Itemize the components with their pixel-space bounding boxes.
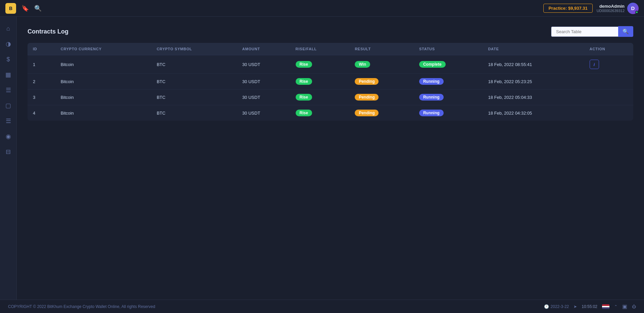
folder-icon: ▢ — [5, 102, 11, 109]
online-dot — [635, 11, 638, 14]
cell-status: Running — [414, 105, 483, 121]
section-header: Contracts Log 🔍 — [28, 26, 633, 37]
cell-id: 4 — [28, 105, 55, 121]
table-row: 4 Bitcoin BTC 30 USDT Rise Pending Runni… — [28, 105, 633, 121]
sidebar-item-folder[interactable]: ▢ — [2, 99, 15, 112]
search-icon[interactable]: 🔍 — [34, 5, 42, 12]
page-title: Contracts Log — [28, 28, 68, 35]
list-icon: ☰ — [6, 86, 11, 94]
cell-status: Complete — [414, 55, 483, 74]
avatar[interactable]: D — [627, 3, 639, 14]
table-header-row: ID CRYPTO CURRENCY CRYPTO SYMBOL AMOUNT … — [28, 43, 633, 55]
topnav-right: Practice: $9,937.31 demoAdmin UD00002639… — [543, 3, 639, 14]
cell-symbol: BTC — [151, 74, 237, 89]
cell-rise-fall: Rise — [290, 55, 350, 74]
sidebar-item-table[interactable]: ⊟ — [2, 145, 15, 158]
cell-result: Pending — [349, 105, 414, 121]
contracts-table: ID CRYPTO CURRENCY CRYPTO SYMBOL AMOUNT … — [28, 43, 633, 121]
logo[interactable]: B — [5, 3, 16, 14]
cell-date: 18 Feb, 2022 08:55:41 — [483, 55, 584, 74]
search-btn-icon: 🔍 — [623, 28, 629, 35]
result-badge: Pending — [355, 94, 379, 101]
cell-rise-fall: Rise — [290, 74, 350, 89]
col-currency: CRYPTO CURRENCY — [55, 43, 151, 55]
table-row: 3 Bitcoin BTC 30 USDT Rise Pending Runni… — [28, 89, 633, 105]
cell-amount: 30 USDT — [237, 105, 290, 121]
chevron-up-icon: ⌃ — [614, 304, 617, 309]
cell-amount: 30 USDT — [237, 55, 290, 74]
cell-status: Running — [414, 74, 483, 89]
search-input[interactable] — [551, 26, 618, 37]
main-content: Contracts Log 🔍 ID CRYPTO CURRENCY CRYPT… — [17, 17, 644, 300]
col-amount: AMOUNT — [237, 43, 290, 55]
topnav: B 🔖 🔍 Practice: $9,937.31 demoAdmin UD00… — [0, 0, 644, 17]
sidebar-item-contracts[interactable]: ☰ — [2, 115, 15, 127]
col-result: RESULT — [349, 43, 414, 55]
cell-currency: Bitcoin — [55, 89, 151, 105]
cell-symbol: BTC — [151, 55, 237, 74]
cell-action: i — [584, 55, 633, 74]
table-icon: ⊟ — [6, 148, 11, 155]
sidebar-item-wallet[interactable]: ◑ — [2, 38, 15, 50]
rise-fall-badge: Rise — [296, 110, 312, 116]
cell-rise-fall: Rise — [290, 89, 350, 105]
col-status: STATUS — [414, 43, 483, 55]
footer-time-value: 10:55:02 — [582, 304, 597, 309]
result-badge: Pending — [355, 78, 379, 85]
table-row: 1 Bitcoin BTC 30 USDT Rise Win Complete … — [28, 55, 633, 74]
copyright-text: COPYRIGHT © 2022 BitKhum Exchange Crypto… — [8, 304, 155, 309]
cell-date: 18 Feb, 2022 04:32:05 — [483, 105, 584, 121]
cell-currency: Bitcoin — [55, 74, 151, 89]
layout: ⌂ ◑ $ ▦ ☰ ▢ ☰ ◉ ⊟ Contracts Log — [0, 17, 644, 300]
cell-result: Pending — [349, 89, 414, 105]
cell-symbol: BTC — [151, 105, 237, 121]
sidebar-item-grid[interactable]: ▦ — [2, 68, 15, 81]
footer-arrow-icon: ➤ — [574, 304, 577, 309]
footer-date: 🕐 2022-3-22 — [544, 304, 569, 309]
cell-currency: Bitcoin — [55, 105, 151, 121]
sidebar-item-dollar[interactable]: $ — [2, 53, 15, 66]
table-row: 2 Bitcoin BTC 30 USDT Rise Pending Runni… — [28, 74, 633, 89]
col-id: ID — [28, 43, 55, 55]
cell-id: 1 — [28, 55, 55, 74]
user-info: demoAdmin UD00002639312 D — [597, 3, 639, 14]
footer-right: 🕐 2022-3-22 ➤ 10:55:02 ⌃ ▣ ⏻ — [544, 303, 636, 310]
sidebar-item-people[interactable]: ◉ — [2, 130, 15, 143]
status-badge: Complete — [419, 61, 446, 68]
status-badge: Running — [419, 110, 444, 116]
topnav-left: B 🔖 🔍 — [5, 3, 42, 14]
contracts-icon: ☰ — [6, 117, 11, 125]
dollar-icon: $ — [6, 56, 10, 63]
col-action: ACTION — [584, 43, 633, 55]
cell-result: Win — [349, 55, 414, 74]
col-symbol: CRYPTO SYMBOL — [151, 43, 237, 55]
col-date: DATE — [483, 43, 584, 55]
flag-icon — [602, 304, 609, 309]
cell-action — [584, 105, 633, 121]
rise-fall-badge: Rise — [296, 94, 312, 101]
sidebar-item-home[interactable]: ⌂ — [2, 22, 15, 35]
balance-button[interactable]: Practice: $9,937.31 — [543, 4, 592, 13]
wallet-icon: ◑ — [6, 40, 11, 48]
bookmark-icon[interactable]: 🔖 — [21, 5, 29, 12]
cell-date: 18 Feb, 2022 05:04:33 — [483, 89, 584, 105]
info-button[interactable]: i — [590, 60, 599, 69]
sidebar: ⌂ ◑ $ ▦ ☰ ▢ ☰ ◉ ⊟ — [0, 17, 17, 300]
cell-id: 3 — [28, 89, 55, 105]
user-name: demoAdmin — [597, 4, 625, 9]
cell-status: Running — [414, 89, 483, 105]
cell-rise-fall: Rise — [290, 105, 350, 121]
sidebar-item-list[interactable]: ☰ — [2, 84, 15, 97]
result-badge: Pending — [355, 110, 379, 116]
cell-result: Pending — [349, 74, 414, 89]
cell-date: 18 Feb, 2022 05:23:25 — [483, 74, 584, 89]
cell-symbol: BTC — [151, 89, 237, 105]
power-icon: ⏻ — [632, 304, 636, 309]
status-badge: Running — [419, 78, 444, 85]
cell-currency: Bitcoin — [55, 55, 151, 74]
status-badge: Running — [419, 94, 444, 101]
cell-id: 2 — [28, 74, 55, 89]
result-badge: Win — [355, 61, 370, 68]
search-button[interactable]: 🔍 — [618, 26, 633, 37]
table-wrapper: ID CRYPTO CURRENCY CRYPTO SYMBOL AMOUNT … — [28, 43, 633, 121]
